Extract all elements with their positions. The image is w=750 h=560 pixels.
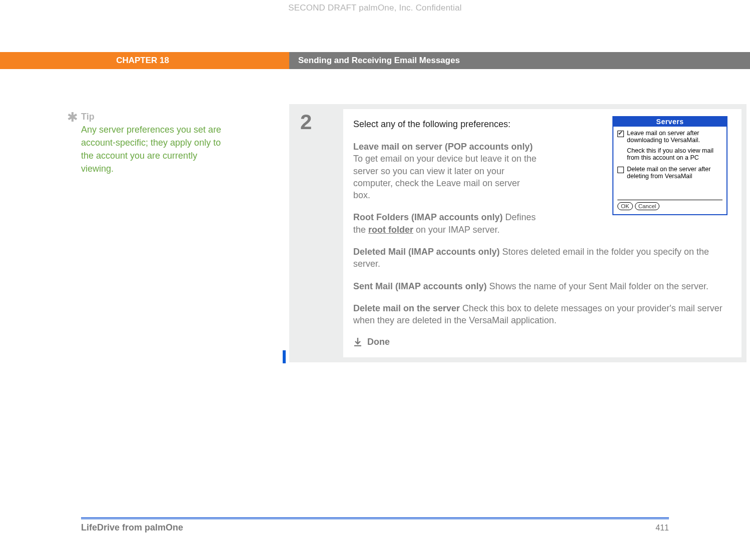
para-root-folders-bold: Root Folders (IMAP accounts only)	[353, 212, 503, 222]
tip-block: ✱ Tip Any server preferences you set are…	[81, 112, 231, 175]
done-label: Done	[367, 337, 390, 347]
footer-product: LifeDrive from palmOne	[81, 522, 183, 533]
tip-label: Tip	[81, 112, 231, 122]
done-row: Done	[353, 337, 727, 347]
para-delete-server-bold: Delete mail on the server	[353, 303, 460, 313]
dialog-option-1-sub: Check this if you also view mail from th…	[627, 147, 722, 162]
para-sent-mail: Sent Mail (IMAP accounts only) Shows the…	[353, 280, 727, 292]
chapter-title: Sending and Receiving Email Messages	[289, 52, 750, 69]
checkbox-leave-mail[interactable]	[617, 131, 624, 137]
para-root-folders-post: on your IMAP server.	[413, 225, 500, 235]
confidential-header: SECOND DRAFT palmOne, Inc. Confidential	[0, 0, 750, 13]
para-sent-mail-text: Shows the name of your Sent Mail folder …	[487, 281, 708, 291]
step-content: Servers Leave mail on server after downl…	[343, 109, 741, 357]
checkbox-delete-mail[interactable]	[617, 167, 624, 173]
dialog-option-2: Delete mail on the server after deleting…	[617, 166, 722, 180]
step-number: 2	[300, 110, 343, 134]
dialog-title: Servers	[613, 117, 726, 127]
step-box: 2 Servers Leave mail on server after dow…	[289, 104, 746, 362]
page-footer: LifeDrive from palmOne 411	[81, 517, 669, 533]
para-root-folders: Root Folders (IMAP accounts only) Define…	[353, 211, 538, 236]
servers-dialog: Servers Leave mail on server after downl…	[612, 116, 727, 215]
root-folder-link[interactable]: root folder	[368, 225, 413, 235]
dialog-option-1: Leave mail on server after downloading t…	[617, 130, 722, 144]
para-leave-mail: Leave mail on server (POP accounts only)…	[353, 141, 538, 201]
para-leave-mail-bold: Leave mail on server (POP accounts only)	[353, 142, 533, 152]
page-number: 411	[655, 523, 669, 532]
cancel-button[interactable]: Cancel	[635, 202, 660, 210]
chapter-bar: CHAPTER 18 Sending and Receiving Email M…	[0, 52, 750, 69]
asterisk-icon: ✱	[67, 110, 78, 125]
dialog-option-1-text: Leave mail on server after downloading t…	[627, 130, 722, 144]
footer-rule	[81, 517, 669, 519]
para-deleted-mail-bold: Deleted Mail (IMAP accounts only)	[353, 247, 500, 257]
dialog-option-2-text: Delete mail on the server after deleting…	[627, 166, 722, 180]
down-arrow-icon	[353, 337, 362, 346]
para-sent-mail-bold: Sent Mail (IMAP accounts only)	[353, 281, 487, 291]
revision-mark-icon	[283, 350, 286, 363]
chapter-label: CHAPTER 18	[0, 52, 289, 69]
para-delete-server: Delete mail on the server Check this box…	[353, 302, 727, 327]
para-leave-mail-text: To get email on your device but leave it…	[353, 154, 536, 200]
tip-text: Any server preferences you set are accou…	[81, 123, 231, 175]
ok-button[interactable]: OK	[617, 202, 633, 210]
step-number-column: 2	[294, 109, 343, 357]
para-deleted-mail: Deleted Mail (IMAP accounts only) Stores…	[353, 246, 727, 270]
